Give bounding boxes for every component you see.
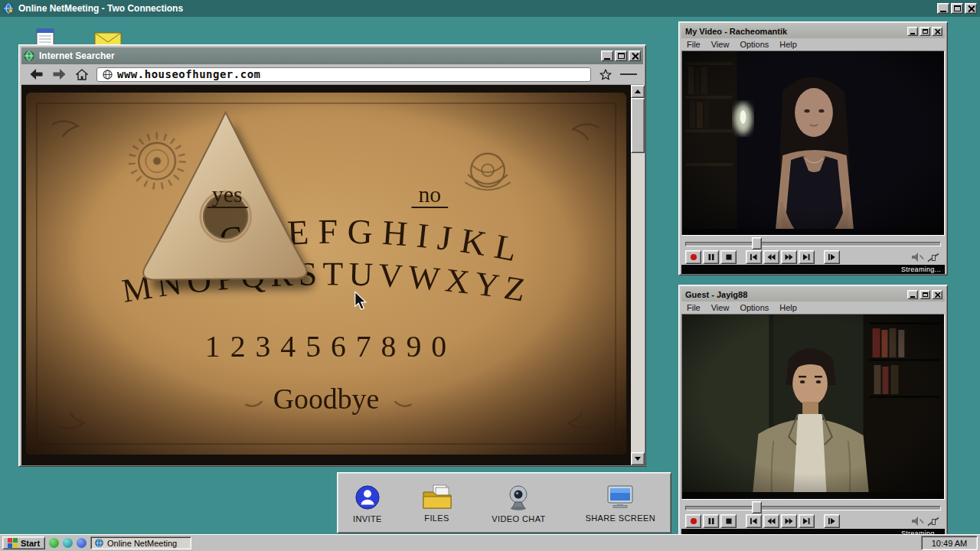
forward-button[interactable] — [51, 67, 67, 82]
speaker-muted-icon[interactable] — [911, 516, 925, 527]
record-button[interactable] — [685, 250, 701, 264]
stop-button[interactable] — [720, 514, 737, 528]
star-icon — [599, 69, 612, 80]
browser-titlebar[interactable]: Internet Searcher — [21, 47, 643, 64]
my-video-maximize-button[interactable] — [920, 27, 930, 36]
netmeeting-task-icon — [95, 539, 103, 547]
scrollbar-track[interactable] — [631, 153, 645, 452]
record-button[interactable] — [685, 514, 701, 528]
share-screen-button[interactable]: SHARE SCREEN — [585, 484, 655, 523]
start-button[interactable]: Start — [2, 536, 45, 549]
quicklaunch-icon-3[interactable] — [77, 538, 87, 548]
guest-maximize-button[interactable] — [920, 290, 930, 299]
quicklaunch-icon-1[interactable] — [49, 538, 59, 548]
browser-close-button[interactable] — [629, 51, 641, 61]
share-screen-monitor-icon — [606, 484, 634, 510]
address-url[interactable]: www.houseofhunger.com — [117, 68, 261, 80]
quicklaunch-icon-2[interactable] — [63, 538, 73, 548]
scroll-down-button[interactable] — [631, 452, 645, 465]
guest-seek-slider[interactable] — [685, 501, 941, 513]
rewind-button[interactable] — [763, 250, 779, 264]
maximize-icon — [923, 29, 928, 34]
stop-button[interactable] — [720, 250, 737, 264]
scrollbar-thumb[interactable] — [631, 98, 645, 153]
pause-button[interactable] — [703, 250, 719, 264]
fast-forward-button[interactable] — [781, 250, 797, 264]
my-video-feed[interactable] — [681, 51, 945, 236]
ouija-board[interactable]: no ABCDEFGHIJKL MNOPQRSTUVWXYZ 123456789… — [21, 85, 631, 465]
invite-button[interactable]: INVITE — [353, 484, 382, 523]
my-video-close-button[interactable] — [932, 27, 942, 36]
pause-button[interactable] — [703, 514, 719, 528]
step-play-button[interactable] — [824, 250, 840, 264]
app-close-button[interactable] — [965, 3, 977, 14]
video-chat-button[interactable]: VIDEO CHAT — [492, 484, 545, 523]
volume-slider-icon[interactable] — [926, 252, 941, 263]
browser-maximize-button[interactable] — [615, 51, 627, 61]
stop-icon — [724, 253, 733, 262]
slider-thumb[interactable] — [752, 237, 762, 249]
my-video-seek-slider[interactable] — [685, 237, 941, 249]
system-tray-clock[interactable]: 10:49 AM — [921, 536, 978, 550]
menu-help[interactable]: Help — [779, 303, 797, 312]
menu-file[interactable]: File — [687, 303, 701, 312]
menu-view[interactable]: View — [711, 40, 730, 49]
back-button[interactable] — [28, 67, 44, 82]
slider-track[interactable] — [685, 506, 941, 510]
scroll-up-button[interactable] — [631, 85, 645, 98]
home-button[interactable] — [74, 67, 90, 82]
fast-forward-button[interactable] — [781, 514, 797, 528]
rewind-button[interactable] — [763, 514, 779, 528]
clock-text: 10:49 AM — [932, 539, 967, 548]
board-yes[interactable]: yes — [212, 181, 243, 207]
skip-start-icon — [749, 517, 759, 526]
ouija-board-page[interactable]: no ABCDEFGHIJKL MNOPQRSTUVWXYZ 123456789… — [21, 85, 631, 465]
record-icon — [689, 253, 698, 262]
menu-options[interactable]: Options — [740, 303, 769, 312]
guest-close-button[interactable] — [932, 290, 942, 299]
guest-minimize-button[interactable] — [907, 290, 918, 299]
skip-end-button[interactable] — [799, 514, 815, 528]
netmeeting-app-icon — [3, 3, 14, 14]
board-numbers[interactable]: 1234567890 — [205, 330, 456, 364]
video-feed-man — [682, 315, 944, 499]
app-maximize-button[interactable] — [951, 3, 963, 14]
maximize-icon — [954, 5, 961, 11]
my-video-status: Streaming... — [681, 265, 945, 274]
skip-start-button[interactable] — [746, 250, 762, 264]
forward-arrow-icon — [53, 69, 66, 80]
menu-view[interactable]: View — [711, 303, 730, 312]
board-goodbye[interactable]: Goodbye — [273, 383, 380, 415]
record-icon — [689, 517, 698, 526]
app-minimize-button[interactable] — [937, 3, 949, 14]
skip-start-button[interactable] — [746, 514, 762, 528]
menu-file[interactable]: File — [687, 40, 701, 49]
menu-button[interactable] — [620, 67, 637, 82]
browser-toolbar: www.houseofhunger.com — [21, 64, 643, 85]
skip-end-button[interactable] — [799, 250, 815, 264]
my-video-title: My Video - Racheomantik — [685, 27, 907, 36]
address-bar[interactable]: www.houseofhunger.com — [96, 67, 591, 82]
menu-options[interactable]: Options — [740, 40, 769, 49]
taskbar-task-netmeeting[interactable]: Online NetMeeting — [90, 536, 191, 549]
slider-track[interactable] — [685, 242, 941, 246]
volume-slider-icon[interactable] — [926, 516, 941, 527]
guest-video-feed[interactable] — [681, 314, 945, 500]
step-play-button[interactable] — [824, 514, 840, 528]
guest-video-titlebar[interactable]: Guest - Jayig88 — [681, 288, 945, 302]
vertical-scrollbar[interactable] — [631, 85, 645, 465]
my-video-titlebar[interactable]: My Video - Racheomantik — [681, 24, 945, 38]
menu-help[interactable]: Help — [779, 40, 797, 49]
netmeeting-toolbar: INVITE FILES VIDEO CHAT — [337, 472, 671, 533]
browser-minimize-button[interactable] — [601, 51, 613, 61]
my-video-minimize-button[interactable] — [907, 27, 918, 36]
browser-content: no ABCDEFGHIJKL MNOPQRSTUVWXYZ 123456789… — [21, 85, 643, 465]
video-chat-camera-icon — [505, 484, 532, 510]
files-button[interactable]: FILES — [422, 484, 452, 523]
speaker-muted-icon[interactable] — [911, 252, 925, 262]
slider-thumb[interactable] — [752, 501, 762, 514]
taskbar: Start Online NetMeeting 10:49 AM — [0, 534, 980, 551]
home-icon — [76, 69, 88, 80]
board-no[interactable]: no — [418, 181, 441, 207]
bookmark-button[interactable] — [597, 67, 614, 82]
